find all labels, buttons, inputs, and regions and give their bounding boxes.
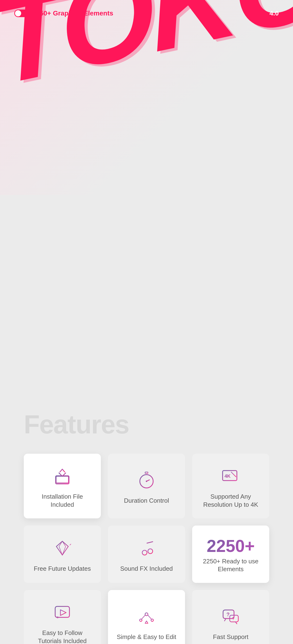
toggle-switch[interactable] [14, 10, 28, 17]
svg-text:4K: 4K [224, 474, 231, 479]
feature-card-tutorials: Easy to Follow Tutorials Included [24, 590, 101, 644]
future-icon [52, 538, 73, 559]
svg-point-39 [148, 549, 153, 554]
svg-rect-41 [55, 606, 70, 617]
feature-card-support: ? ? Fast Support [192, 590, 269, 644]
svg-line-40 [147, 542, 153, 543]
svg-text:?: ? [226, 612, 230, 617]
feature-grid-row1: Installation File Included [24, 454, 269, 518]
svg-point-38 [142, 550, 147, 555]
header-bar: 2250+ Graphics Elements 4.0 [0, 0, 293, 27]
feature-label-elements: 2250+ Ready to use Elements [199, 558, 262, 574]
svg-marker-52 [145, 621, 148, 623]
feature-grid-row2: Free Future Updates Sound FX Included 22… [24, 526, 269, 583]
feature-card-installation: Installation File Included [24, 454, 101, 518]
feature-card-future: Free Future Updates [24, 526, 101, 583]
toggle-area[interactable]: 2250+ Graphics Elements [14, 10, 113, 17]
feature-label-tutorials: Easy to Follow Tutorials Included [31, 629, 94, 644]
feature-card-elements: 2250+ 2250+ Ready to use Elements [192, 526, 269, 583]
feature-label-future: Free Future Updates [34, 565, 91, 573]
svg-line-21 [231, 472, 236, 477]
support-icon: ? ? [220, 606, 242, 627]
features-section: Features Installation File Included [0, 390, 293, 644]
svg-text:?: ? [232, 617, 234, 621]
svg-point-44 [56, 616, 58, 618]
svg-point-10 [146, 480, 147, 482]
duration-icon [136, 470, 157, 491]
svg-line-32 [70, 544, 71, 545]
feature-label-resolution: Supported Any Resolution Up to 4K [199, 493, 262, 509]
feature-card-sound: Sound FX Included [108, 526, 185, 583]
feature-label-duration: Duration Control [124, 497, 169, 505]
svg-point-45 [145, 613, 148, 616]
features-heading: Features [24, 409, 269, 440]
feature-card-duration: Duration Control [108, 454, 185, 518]
sound-icon [136, 538, 157, 559]
svg-marker-24 [56, 541, 68, 555]
installation-icon [52, 466, 73, 487]
feature-card-resolution: 4K Supported Any Resolution Up to 4K [192, 454, 269, 518]
feature-grid-row3: Easy to Follow Tutorials Included [24, 590, 269, 644]
toggle-label: 2250+ Graphics Elements [32, 10, 113, 17]
feature-label-edit: Simple & Easy to Edit [117, 633, 176, 641]
svg-line-50 [148, 615, 152, 620]
resolution-icon: 4K [220, 466, 242, 487]
feature-label-installation: Installation File Included [31, 493, 94, 509]
svg-line-49 [141, 615, 145, 620]
version-label: 4.0 [270, 10, 279, 17]
svg-marker-42 [60, 610, 66, 616]
edit-icon [136, 606, 157, 627]
tutorials-icon [52, 602, 73, 623]
feature-label-support: Fast Support [213, 633, 248, 641]
elements-number: 2250+ [207, 538, 255, 554]
feature-label-sound: Sound FX Included [120, 565, 173, 573]
feature-card-edit: Simple & Easy to Edit [108, 590, 185, 644]
hero-section: TOKO [0, 0, 293, 195]
